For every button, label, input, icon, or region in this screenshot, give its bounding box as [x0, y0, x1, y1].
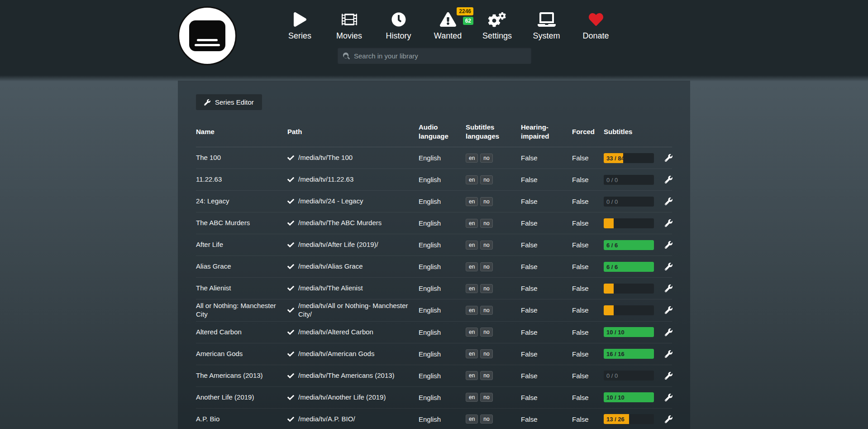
series-path-text: /media/tv/Another Life (2019) [298, 393, 386, 402]
series-name[interactable]: All or Nothing: Manchester City [196, 302, 287, 319]
nav-label: Settings [482, 31, 512, 41]
language-badge: en [466, 197, 478, 206]
table-header-row: Name Path Audio language Subtitles langu… [196, 121, 672, 147]
subtitles-progress [604, 305, 654, 315]
audio-language: English [419, 328, 466, 336]
language-badge: en [466, 219, 478, 228]
audio-language: English [419, 284, 466, 292]
table-row: After Life /media/tv/After Life (2019)/ … [196, 234, 672, 256]
edit-series-button[interactable] [664, 305, 673, 315]
audio-language: English [419, 394, 466, 401]
nav-label: Donate [582, 31, 609, 41]
language-badge: en [466, 241, 478, 250]
gears-icon [487, 10, 507, 29]
edit-series-button[interactable] [664, 153, 673, 163]
series-name[interactable]: Altered Carbon [196, 328, 287, 337]
series-name[interactable]: A.P. Bio [196, 415, 287, 424]
language-badge: en [466, 393, 478, 402]
nav-movies[interactable]: Movies [324, 10, 374, 41]
subtitles-languages: enno [466, 175, 521, 184]
hearing-impaired: False [521, 415, 572, 423]
check-icon [287, 154, 294, 161]
hearing-impaired: False [521, 372, 572, 380]
series-name[interactable]: The ABC Murders [196, 219, 287, 227]
series-path-text: /media/tv/After Life (2019)/ [298, 241, 378, 249]
edit-series-button[interactable] [664, 197, 673, 206]
subtitles-languages: enno [466, 328, 521, 337]
series-path: /media/tv/Alias Grace [287, 262, 419, 271]
forced: False [572, 350, 604, 358]
audio-language: English [419, 372, 466, 380]
nav-series[interactable]: Series [275, 10, 324, 41]
subtitles-languages: enno [466, 371, 521, 380]
series-editor-button[interactable]: Series Editor [196, 94, 262, 110]
subtitles-progress: 10 / 10 [604, 327, 654, 337]
language-badge: en [466, 154, 478, 163]
series-name[interactable]: 11.22.63 [196, 175, 287, 184]
audio-language: English [419, 241, 466, 249]
check-icon [287, 351, 294, 357]
table-row: All or Nothing: Manchester City /media/t… [196, 299, 672, 322]
language-badge: no [480, 175, 492, 184]
series-name[interactable]: Another Life (2019) [196, 393, 287, 402]
series-path: /media/tv/A.P. BIO/ [287, 415, 419, 424]
series-path-text: /media/tv/A.P. BIO/ [298, 415, 355, 424]
edit-series-button[interactable] [664, 349, 673, 359]
forced: False [572, 198, 604, 205]
nav-system[interactable]: System [522, 10, 571, 41]
language-badge: no [480, 393, 492, 402]
nav-settings[interactable]: Settings [472, 10, 522, 41]
audio-language: English [419, 219, 466, 227]
warning-triangle-icon [440, 10, 456, 29]
hearing-impaired: False [521, 394, 572, 401]
hearing-impaired: False [521, 263, 572, 270]
series-name[interactable]: After Life [196, 241, 287, 249]
edit-series-button[interactable] [664, 218, 673, 228]
nav-wanted[interactable]: Wanted 2246 62 [423, 10, 472, 41]
forced: False [572, 154, 604, 162]
subtitles-progress: 0 / 0 [604, 175, 654, 185]
subtitles-progress: 6 / 6 [604, 262, 654, 272]
edit-series-button[interactable] [664, 262, 673, 271]
progress-label: 6 / 6 [606, 241, 618, 248]
forced: False [572, 284, 604, 292]
check-icon [287, 198, 294, 205]
series-name[interactable]: 24: Legacy [196, 197, 287, 206]
series-name[interactable]: The Alienist [196, 284, 287, 293]
main-nav: Series Movies History Wanted 2246 62 [275, 10, 620, 41]
edit-series-button[interactable] [664, 415, 673, 424]
edit-series-button[interactable] [664, 284, 673, 293]
language-badge: no [480, 328, 492, 337]
column-header-hearing-impaired: Hearing-impaired [521, 123, 572, 140]
wrench-icon [665, 394, 672, 401]
edit-series-button[interactable] [664, 393, 673, 402]
nav-label: History [386, 31, 411, 41]
series-name[interactable]: Alias Grace [196, 262, 287, 271]
column-header-forced: Forced [572, 127, 604, 136]
language-badge: en [466, 175, 478, 184]
table-row: 11.22.63 /media/tv/11.22.63 English enno… [196, 169, 672, 191]
nav-donate[interactable]: Donate [571, 10, 620, 41]
progress-fill [604, 305, 614, 315]
edit-series-button[interactable] [664, 328, 673, 337]
series-name[interactable]: The 100 [196, 154, 287, 162]
edit-series-button[interactable] [664, 371, 673, 381]
nav-history[interactable]: History [374, 10, 423, 41]
progress-label: 10 / 10 [606, 329, 625, 336]
hearing-impaired: False [521, 328, 572, 336]
search-input[interactable] [354, 52, 526, 60]
series-name[interactable]: The Americans (2013) [196, 371, 287, 380]
series-path: /media/tv/The ABC Murders [287, 219, 419, 227]
language-badge: en [466, 284, 478, 293]
edit-series-button[interactable] [664, 240, 673, 250]
series-path: /media/tv/Another Life (2019) [287, 393, 419, 402]
audio-language: English [419, 415, 466, 423]
bazarr-logo[interactable] [178, 6, 237, 65]
series-name[interactable]: American Gods [196, 350, 287, 358]
progress-label: 0 / 0 [606, 176, 618, 183]
edit-series-button[interactable] [664, 175, 673, 184]
audio-language: English [419, 263, 466, 270]
wrench-icon [665, 241, 672, 249]
forced: False [572, 372, 604, 380]
nav-label: System [533, 31, 560, 41]
